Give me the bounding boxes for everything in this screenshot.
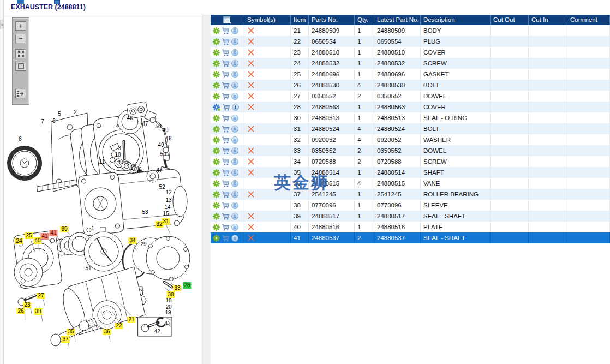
diagram-callout-12[interactable]: 12 [164, 189, 172, 196]
gear-icon[interactable] [213, 93, 220, 100]
symbol-cell[interactable] [244, 211, 291, 222]
info-icon[interactable]: i [231, 27, 238, 34]
table-row-item-38[interactable]: i38077009610770096SLEEVE [211, 200, 610, 211]
cart-icon[interactable] [222, 126, 230, 133]
symbol-cell[interactable] [244, 189, 291, 200]
diagram-callout-13[interactable]: 13 [164, 197, 172, 204]
symbol-cell[interactable] [244, 123, 291, 134]
symbol-cell[interactable] [244, 232, 291, 243]
cart-icon[interactable] [222, 202, 230, 209]
table-row-item-41[interactable]: i4124880537224880537SEAL - SHAFT [211, 232, 610, 243]
symbol-cell[interactable] [244, 156, 291, 167]
table-row-item-25[interactable]: i2524880696124880696GASKET [211, 69, 610, 80]
table-row-item-36[interactable]: i3624880515424880515VANE [211, 178, 610, 189]
symbol-x-icon[interactable] [248, 224, 254, 230]
column-header-symbols[interactable]: Symbol(s) [244, 15, 291, 25]
gear-icon[interactable] [213, 224, 220, 231]
diagram-callout-15[interactable]: 15 [162, 211, 170, 217]
diagram-callout-29[interactable]: 29 [139, 241, 147, 248]
diagram-callout-26[interactable]: 26 [16, 308, 25, 314]
gear-icon[interactable] [213, 49, 220, 56]
table-row-item-33[interactable]: i33035055220350552DOWEL [211, 145, 610, 156]
symbol-x-icon[interactable] [248, 93, 254, 99]
column-header-qty[interactable]: Qty. [355, 15, 374, 25]
table-row-item-28[interactable]: i2824880563124880563COVER [211, 102, 610, 112]
symbol-x-icon[interactable] [248, 147, 254, 154]
diagram-callout-38[interactable]: 38 [34, 308, 42, 315]
cart-icon[interactable] [222, 224, 230, 231]
diagram-callout-53[interactable]: 53 [141, 209, 149, 216]
diagram-callout-4[interactable]: 4 [115, 123, 120, 130]
diagram-callout-6[interactable]: 6 [51, 118, 57, 124]
cart-icon[interactable] [222, 213, 230, 220]
gear-icon[interactable] [213, 147, 220, 154]
gear-icon[interactable] [213, 235, 220, 242]
cart-icon[interactable] [222, 104, 230, 111]
info-icon[interactable]: i [231, 60, 238, 67]
info-icon[interactable]: i [231, 213, 238, 220]
symbol-cell[interactable] [244, 36, 291, 47]
diagram-callout-22[interactable]: 22 [115, 323, 123, 329]
gear-icon[interactable] [213, 115, 220, 122]
symbol-cell[interactable] [244, 91, 291, 102]
gear-icon[interactable] [213, 191, 220, 198]
diagram-callout-47[interactable]: 47 [155, 167, 163, 174]
diagram-callout-11[interactable]: 11 [98, 159, 106, 165]
gear-icon[interactable] [213, 169, 220, 176]
column-header-item[interactable]: Item [291, 15, 309, 25]
diagram-callout-34[interactable]: 34 [128, 237, 136, 244]
info-icon[interactable]: i [231, 158, 238, 165]
cart-icon[interactable] [222, 60, 230, 67]
symbol-x-icon[interactable] [248, 191, 254, 198]
symbol-cell[interactable] [244, 112, 291, 123]
symbol-cell[interactable] [244, 178, 291, 189]
diagram-callout-49[interactable]: 49 [161, 127, 169, 134]
diagram-callout-46[interactable]: 46 [125, 115, 134, 122]
symbol-cell[interactable] [244, 222, 291, 232]
gear-icon[interactable] [213, 180, 220, 187]
diagram-callout-48[interactable]: 48 [164, 135, 172, 142]
diagram-callout-42[interactable]: 42 [153, 329, 161, 335]
zoom-out-button[interactable]: − [15, 34, 26, 43]
symbol-x-icon[interactable] [248, 27, 254, 34]
table-row-item-34[interactable]: i34072058820720588SCREW [211, 156, 610, 167]
diagram-callout-1[interactable]: 1 [90, 225, 95, 232]
symbol-x-icon[interactable] [248, 49, 254, 56]
table-row-item-31[interactable]: i3124880524424880524BOLT [211, 123, 610, 134]
column-header-latest_part_no[interactable]: Latest Part No. [374, 15, 421, 25]
symbol-cell[interactable] [244, 102, 291, 112]
column-header-cut_out[interactable]: Cut Out [491, 15, 529, 25]
symbol-cell[interactable] [244, 145, 291, 156]
cart-icon[interactable] [222, 27, 230, 34]
cart-icon[interactable] [222, 49, 230, 56]
cart-icon[interactable] [222, 82, 230, 89]
gear-icon[interactable] [213, 202, 220, 209]
diagram-callout-51[interactable]: 51 [84, 265, 92, 272]
diagram-callout-7[interactable]: 7 [40, 118, 45, 125]
cart-icon[interactable] [222, 191, 230, 198]
gear-icon[interactable] [213, 158, 220, 165]
table-row-item-30[interactable]: i3024880513124880513SEAL - O RING [211, 112, 610, 123]
column-header-description[interactable]: Description [421, 15, 491, 25]
toggle-panel-button[interactable] [15, 89, 26, 98]
symbol-cell[interactable] [244, 167, 291, 178]
info-icon[interactable]: i [231, 126, 238, 133]
column-header-parts_no[interactable]: Parts No. [309, 15, 355, 25]
diagram-callout-36[interactable]: 36 [103, 329, 111, 335]
gear-settings-icon[interactable] [213, 104, 220, 111]
diagram-callout-41[interactable]: 41 [49, 230, 57, 236]
diagram-callout-37[interactable]: 37 [61, 336, 69, 343]
table-row-item-40[interactable]: i4024880516124880516PLATE [211, 222, 610, 232]
diagram-callout-33[interactable]: 33 [173, 285, 181, 291]
cart-icon[interactable] [222, 38, 230, 45]
symbol-x-icon[interactable] [248, 71, 254, 77]
diagram-callout-50[interactable]: 50 [159, 151, 167, 158]
symbol-x-icon[interactable] [248, 213, 254, 219]
symbol-x-icon[interactable] [248, 126, 254, 132]
column-header-cut_in[interactable]: Cut In [529, 15, 567, 25]
info-icon[interactable]: i [231, 49, 238, 56]
collapse-arrow-icon[interactable]: ◀ [0, 20, 4, 29]
diagram-callout-18[interactable]: 18 [164, 297, 172, 304]
info-icon[interactable]: i [231, 224, 238, 231]
symbol-cell[interactable] [244, 134, 291, 145]
